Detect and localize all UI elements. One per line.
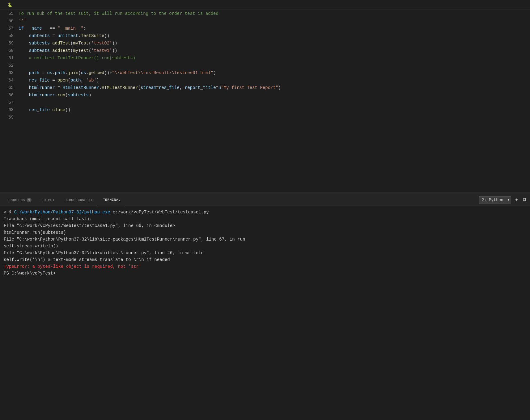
table-row: 59 subtests.addTest(myTest('test02')) — [2, 40, 530, 47]
code-token: "__main__" — [57, 26, 83, 31]
table-row: 69 — [2, 114, 530, 121]
terminal-line: File "C:\work\Python\Python37-32\lib\uni… — [4, 250, 526, 256]
terminal-line: self.write('\n') # text-mode streams tra… — [4, 256, 526, 263]
code-token: res_file — [29, 107, 50, 112]
table-row: 67 — [2, 99, 530, 106]
code-token: ( — [138, 85, 141, 90]
code-token: 'test01' — [91, 48, 112, 53]
problems-badge: 4 — [27, 198, 32, 202]
code-token: run — [57, 93, 65, 98]
code-line: subtests = unittest.TestSuite() — [19, 32, 530, 40]
code-token: open — [57, 78, 68, 83]
line-number: 63 — [2, 69, 19, 77]
code-line — [19, 62, 530, 69]
code-token: = — [55, 85, 63, 90]
code-token: join — [68, 70, 78, 75]
line-number: 65 — [2, 84, 19, 91]
code-token: ) — [96, 78, 99, 83]
line-number: 60 — [2, 47, 19, 54]
code-token: myTest — [73, 48, 88, 53]
panel-tabs: PROBLEMS 4 OUTPUT DEBUG CONSOLE TERMINAL… — [0, 194, 530, 206]
code-token: == — [47, 26, 57, 31]
code-token: . — [50, 48, 52, 53]
code-line: subtests.addTest(myTest('test01')) — [19, 47, 530, 54]
code-token: subtests — [29, 41, 50, 46]
tab-terminal[interactable]: TERMINAL — [98, 194, 125, 206]
code-token: __name__ — [26, 26, 47, 31]
code-token: )) — [112, 41, 117, 46]
line-number: 56 — [2, 17, 19, 25]
table-row: 63 path = os.path.join(os.getcwd()+"\\We… — [2, 69, 530, 77]
line-number: 66 — [2, 91, 19, 99]
table-row: 64 res_file = open(path, 'wb') — [2, 77, 530, 84]
code-token: HtmlTestRunner — [63, 85, 99, 90]
code-token: = — [156, 85, 159, 90]
code-token: = — [39, 70, 47, 75]
code-token: HTMLTestRunner — [102, 85, 138, 90]
code-line: # unittest.TextTestRunner().run(subtests… — [19, 54, 530, 62]
table-row: 68 res_file.close() — [2, 106, 530, 114]
tab-debug-console[interactable]: DEBUG CONSOLE — [60, 194, 98, 206]
code-token: htmlrunner — [29, 85, 55, 90]
code-token: path — [55, 70, 66, 75]
terminal-select-wrapper[interactable]: 2: Python 1: bash — [479, 196, 511, 204]
add-terminal-button[interactable]: + — [514, 196, 519, 204]
table-row: 61 # unittest.TextTestRunner().run(subte… — [2, 54, 530, 62]
code-token: : — [83, 26, 86, 31]
code-token: . — [50, 41, 52, 46]
line-number: 67 — [2, 99, 19, 106]
code-token — [19, 78, 29, 83]
tab-debug-label: DEBUG CONSOLE — [65, 198, 93, 202]
editor-scrollbar[interactable] — [526, 10, 530, 192]
breadcrumb: 🐍 — [0, 0, 530, 10]
code-token: ) — [213, 70, 216, 75]
tab-output[interactable]: OUTPUT — [36, 194, 60, 206]
code-token: . — [50, 107, 52, 112]
code-token: addTest — [52, 41, 70, 46]
terminal-dropdown[interactable]: 2: Python 1: bash — [479, 196, 511, 204]
tab-terminal-label: TERMINAL — [103, 198, 121, 202]
table-row: 58 subtests = unittest.TestSuite() — [2, 32, 530, 40]
code-line: subtests.addTest(myTest('test02')) — [19, 40, 530, 47]
code-token — [19, 70, 29, 75]
terminal-line: File "c:/work/vcPyTest/WebTest/testcase1… — [4, 222, 526, 229]
terminal-line: Traceback (most recent call last): — [4, 216, 526, 222]
line-number: 61 — [2, 54, 19, 62]
terminal-token: C:/work/Python/Python37-32/python.exe — [14, 210, 110, 215]
code-token: subtests — [29, 48, 50, 53]
code-token: = — [50, 78, 57, 83]
code-token: ( — [65, 93, 68, 98]
tab-problems[interactable]: PROBLEMS 4 — [2, 194, 36, 206]
line-number: 69 — [2, 114, 19, 121]
code-token: report_title — [185, 85, 216, 90]
line-number: 68 — [2, 106, 19, 114]
code-line: if __name__ == "__main__": — [19, 25, 530, 32]
code-editor: 55To run sub of the test suit, it will r… — [0, 10, 530, 192]
table-row: 56''' — [2, 17, 530, 25]
code-token: path — [70, 78, 81, 83]
code-area[interactable]: 55To run sub of the test suit, it will r… — [0, 10, 530, 121]
table-row: 60 subtests.addTest(myTest('test01')) — [2, 47, 530, 54]
code-token: stream — [141, 85, 156, 90]
line-number: 62 — [2, 62, 19, 69]
code-token: addTest — [52, 48, 70, 53]
code-token: + — [109, 70, 112, 75]
terminal-line: TypeError: a bytes-like object is requir… — [4, 263, 526, 270]
line-number: 59 — [2, 40, 19, 47]
terminal-line: File "C:\work\Python\Python37-32\lib\sit… — [4, 236, 526, 243]
code-token — [19, 93, 29, 98]
breadcrumb-file[interactable]: 🐍 — [7, 2, 14, 7]
code-token: "My first Test Report" — [221, 85, 278, 90]
code-token: subtests — [68, 93, 89, 98]
terminal-panel[interactable]: > & C:/work/Python/Python37-32/python.ex… — [0, 206, 530, 420]
line-number: 58 — [2, 32, 19, 40]
code-token: myTest — [73, 41, 88, 46]
split-terminal-button[interactable]: ⧉ — [522, 196, 528, 204]
code-line: path = os.path.join(os.getcwd()+"\\WebTe… — [19, 69, 530, 77]
code-token: . — [86, 70, 89, 75]
code-token: subtests — [29, 33, 50, 38]
code-token — [24, 26, 26, 31]
code-token: close — [52, 107, 65, 112]
code-token: TestSuite — [81, 33, 104, 38]
code-token: , — [81, 78, 86, 83]
